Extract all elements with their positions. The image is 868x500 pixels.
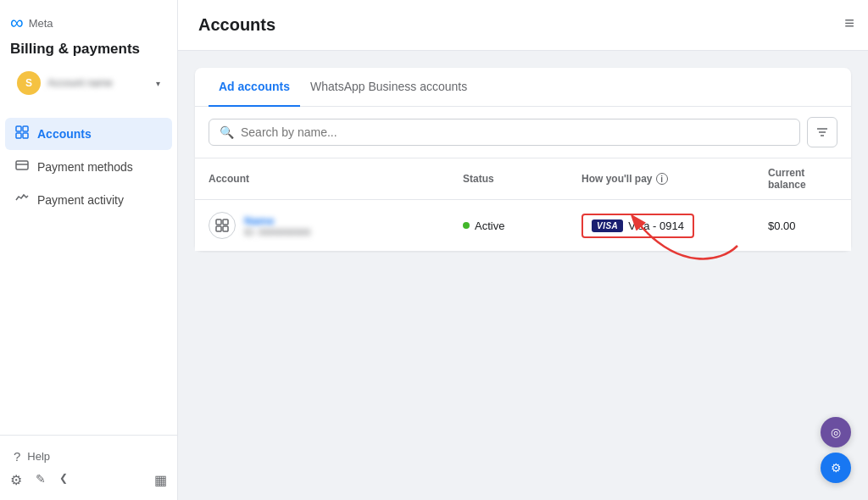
main-header: Accounts ≡ [178,0,868,51]
meta-logo-text: Meta [29,17,53,30]
account-selector[interactable]: S Account name ▾ [10,66,167,100]
svg-rect-2 [16,133,21,138]
filter-button[interactable] [807,117,837,147]
meta-logo-icon: ∞ [10,12,24,34]
account-icon [209,212,236,239]
accounts-card: Ad accounts WhatsApp Business accounts 🔍 [195,68,851,251]
tab-whatsapp[interactable]: WhatsApp Business accounts [300,68,477,107]
chevron-down-icon: ▾ [156,79,160,88]
sidebar-item-label-payment-methods: Payment methods [37,160,133,174]
pages-icon[interactable]: ▦ [154,472,167,488]
payment-cell: VISA Visa - 0914 [581,214,768,238]
account-row-id: ID: 0000000000 [244,227,310,237]
status-cell: Active [463,219,581,232]
footer-icons: ⚙ ✎ ❮ [10,472,68,488]
settings-icon[interactable]: ⚙ [10,472,22,488]
account-cell: Name ID: 0000000000 [209,212,463,239]
table-header: Account Status How you'll pay i Currentb… [195,158,851,200]
tab-ad-accounts[interactable]: Ad accounts [209,68,300,107]
blue-settings-icon[interactable]: ⚙ [821,453,851,483]
footer-bottom: ⚙ ✎ ❮ ▦ [10,469,167,492]
svg-rect-11 [216,226,221,231]
col-header-balance: Currentbalance [768,167,868,191]
collapse-icon[interactable]: ❮ [59,472,68,488]
account-row-name: Name [244,214,310,227]
help-icon: ? [14,449,20,464]
col-header-account: Account [209,167,463,191]
help-label: Help [27,450,50,463]
account-info: Name ID: 0000000000 [244,214,310,237]
payment-activity-icon [15,192,29,208]
visa-payment-badge[interactable]: VISA Visa - 0914 [581,214,694,238]
main-content: Ad accounts WhatsApp Business accounts 🔍 [178,51,868,500]
sidebar-header: ∞ Meta Billing & payments S Account name… [0,0,177,114]
visa-logo: VISA [592,219,623,232]
col-header-status: Status [463,167,581,191]
payment-info-icon[interactable]: i [656,173,668,185]
edit-icon[interactable]: ✎ [36,472,46,488]
table-row: Name ID: 0000000000 Active VISA Visa - 0… [195,200,851,251]
balance-cell: $0.00 [768,219,868,232]
search-icon: 🔍 [220,125,234,139]
search-bar: 🔍 [195,107,851,158]
search-input-wrap: 🔍 [209,119,800,146]
svg-rect-12 [223,226,228,231]
help-item[interactable]: ? Help [10,444,167,469]
sidebar-item-payment-methods[interactable]: Payment methods [5,151,172,183]
svg-rect-10 [223,219,228,225]
col-header-payment: How you'll pay i [581,167,768,191]
sidebar-item-label-payment-activity: Payment activity [37,193,124,207]
sidebar-title: Billing & payments [10,37,167,66]
account-name: Account name [47,77,149,89]
avatar: S [17,71,41,95]
hamburger-icon[interactable]: ≡ [844,14,854,33]
visa-number: Visa - 0914 [628,219,684,232]
sidebar: ∞ Meta Billing & payments S Account name… [0,0,178,500]
tabs-bar: Ad accounts WhatsApp Business accounts [195,68,851,107]
svg-rect-1 [23,126,28,131]
search-input[interactable] [241,125,789,139]
bottom-right-icons: ◎ ⚙ [821,417,851,483]
status-dot-active [463,222,470,229]
payment-methods-icon [15,158,29,175]
balance-value: $0.00 [768,219,796,232]
sidebar-nav: Accounts Payment methods Payment activit… [0,114,177,435]
status-text: Active [475,219,504,232]
page-title: Accounts [198,0,275,50]
purple-circle-icon[interactable]: ◎ [821,417,851,447]
sidebar-item-label-accounts: Accounts [37,127,92,141]
svg-rect-4 [16,161,28,169]
accounts-icon [15,125,29,142]
sidebar-item-accounts[interactable]: Accounts [5,118,172,150]
svg-rect-3 [23,133,28,138]
sidebar-item-payment-activity[interactable]: Payment activity [5,184,172,216]
sidebar-footer: ? Help ⚙ ✎ ❮ ▦ [0,435,177,500]
svg-rect-9 [216,219,221,225]
main-area: Accounts ≡ Ad accounts WhatsApp Business… [178,0,868,500]
svg-rect-0 [16,126,21,131]
meta-logo: ∞ Meta [10,12,167,34]
